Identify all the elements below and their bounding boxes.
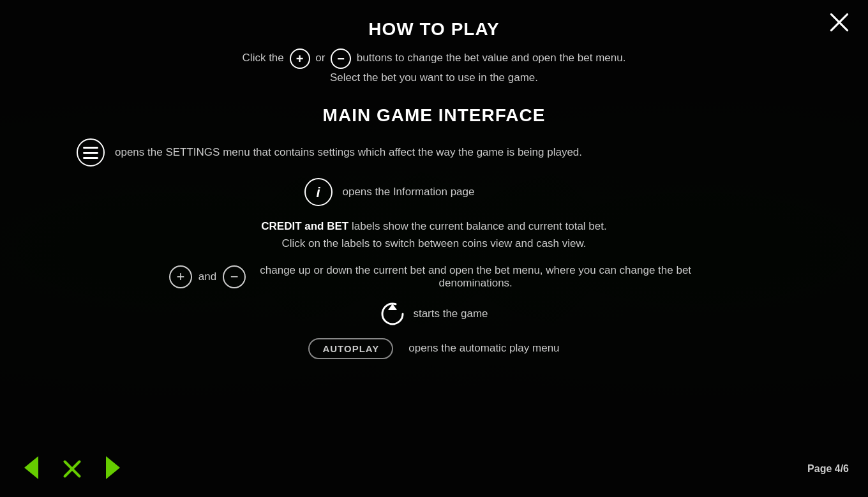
or-label: or [315,52,325,64]
hamburger-line-3 [83,157,98,159]
minus-icon-inline: − [331,48,351,69]
spin-text: starts the game [413,308,488,320]
main-game-section: MAIN GAME INTERFACE opens the SETTINGS m… [38,105,830,370]
hamburger-line-2 [83,152,98,154]
minus-icon: − [223,265,246,288]
how-to-play-title: HOW TO PLAY [38,19,830,40]
credit-bet-labels: CREDIT and BET [261,220,348,232]
plus-icon-inline: + [290,48,310,69]
how-to-play-section: HOW TO PLAY Click the + or − buttons to … [38,19,830,86]
plus-icon: + [169,265,192,288]
settings-row: opens the SETTINGS menu that contains se… [38,138,740,167]
spin-row: starts the game [38,301,830,327]
hamburger-icon [77,138,105,167]
close-button[interactable] [827,10,852,35]
spin-icon [380,301,405,327]
pm-description: change up or down the current bet and op… [252,264,699,290]
info-text: opens the Information page [343,184,475,200]
hamburger-line-1 [83,147,98,149]
pm-row: + and − change up or down the current be… [38,264,830,290]
and-label: and [198,271,216,283]
main-game-title: MAIN GAME INTERFACE [38,105,830,126]
autoplay-text: opens the automatic play menu [408,342,559,355]
credit-bet-text-1: labels show the current balance and curr… [352,220,607,232]
credit-bet-description: CREDIT and BET labels show the current b… [38,218,830,252]
hamburger-icon-wrap [77,138,105,167]
settings-text: opens the SETTINGS menu that contains se… [115,144,582,161]
select-bet-text: Select the bet you want to use in the ga… [330,71,538,84]
autoplay-button-icon: AUTOPLAY [308,338,393,359]
credit-bet-text-2: Click on the labels to switch between co… [281,237,586,249]
info-icon-wrap: i [304,178,333,206]
click-the-label: Click the [243,52,284,64]
main-content: HOW TO PLAY Click the + or − buttons to … [0,0,868,497]
autoplay-row: AUTOPLAY opens the automatic play menu [38,338,830,359]
info-icon: i [304,178,333,206]
info-row: i opens the Information page [38,178,740,206]
how-to-play-text: Click the + or − buttons to change the b… [38,48,830,86]
buttons-text: buttons to change the bet value and open… [357,52,626,64]
